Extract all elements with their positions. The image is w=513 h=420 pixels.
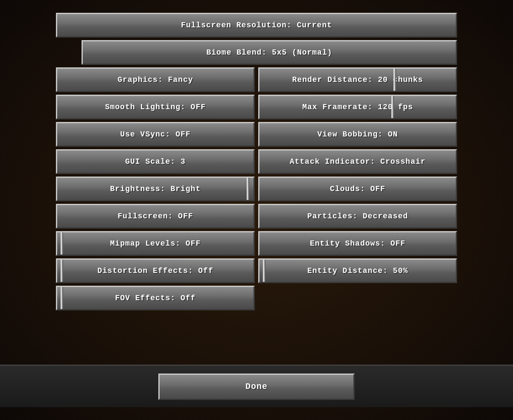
clouds-button[interactable]: Clouds: OFF — [258, 177, 457, 201]
particles-label: Particles: Decreased — [307, 212, 408, 220]
fov-handle[interactable] — [61, 287, 63, 309]
row-smooth-framerate: Smooth Lighting: OFF Max Framerate: 120 … — [56, 95, 457, 119]
distortion-effects-label: Distortion Effects: Off — [97, 266, 213, 275]
clouds-label: Clouds: OFF — [330, 185, 385, 193]
fullscreen-resolution-label: Fullscreen Resolution: Current — [181, 21, 332, 29]
biome-blend-label: Biome Blend: 5x5 (Normal) — [206, 48, 332, 57]
max-framerate-handle[interactable] — [391, 96, 394, 118]
render-distance-label: Render Distance: 20 chunks — [292, 75, 423, 84]
fov-effects-label: FOV Effects: Off — [115, 294, 196, 302]
row-mipmap-entity-shadows: Mipmap Levels: OFF Entity Shadows: OFF — [56, 231, 457, 256]
bottom-bar: Done — [0, 365, 513, 407]
view-bobbing-label: View Bobbing: ON — [318, 130, 398, 139]
row-fullscreen-particles: Fullscreen: OFF Particles: Decreased — [56, 204, 457, 229]
row-fov: FOV Effects: Off — [56, 286, 457, 310]
settings-container: Fullscreen Resolution: Current Biome Ble… — [56, 9, 457, 365]
mipmap-levels-label: Mipmap Levels: OFF — [110, 239, 201, 248]
attack-indicator-button[interactable]: Attack Indicator: Crosshair — [258, 149, 457, 174]
row-gui-attack: GUI Scale: 3 Attack Indicator: Crosshair — [56, 149, 457, 174]
fullscreen-resolution-button[interactable]: Fullscreen Resolution: Current — [56, 13, 457, 38]
done-button[interactable]: Done — [158, 374, 355, 400]
fullscreen-resolution-row: Fullscreen Resolution: Current — [56, 13, 457, 38]
fullscreen-button[interactable]: Fullscreen: OFF — [56, 204, 255, 229]
biome-blend-button[interactable]: Biome Blend: 5x5 (Normal) — [82, 40, 457, 65]
row-brightness-clouds: Brightness: Bright Clouds: OFF — [56, 177, 457, 201]
gui-scale-label: GUI Scale: 3 — [125, 157, 186, 166]
brightness-label: Brightness: Bright — [110, 185, 201, 193]
distortion-effects-button[interactable]: Distortion Effects: Off — [56, 258, 255, 283]
fov-effects-button[interactable]: FOV Effects: Off — [56, 286, 255, 310]
entity-shadows-button[interactable]: Entity Shadows: OFF — [258, 231, 457, 256]
brightness-button[interactable]: Brightness: Bright — [56, 177, 255, 201]
row-graphics-render: Graphics: Fancy Render Distance: 20 chun… — [56, 67, 457, 92]
render-distance-handle[interactable] — [393, 69, 396, 91]
max-framerate-button[interactable]: Max Framerate: 120 fps — [258, 95, 457, 119]
graphics-label: Graphics: Fancy — [117, 75, 193, 84]
attack-indicator-label: Attack Indicator: Crosshair — [290, 157, 426, 166]
distortion-handle[interactable] — [61, 260, 63, 282]
use-vsync-label: Use VSync: OFF — [120, 130, 190, 139]
use-vsync-button[interactable]: Use VSync: OFF — [56, 122, 255, 147]
entity-distance-button[interactable]: Entity Distance: 50% — [258, 258, 457, 283]
entity-distance-label: Entity Distance: 50% — [307, 266, 408, 275]
row-vsync-bobbing: Use VSync: OFF View Bobbing: ON — [56, 122, 457, 147]
entity-distance-handle[interactable] — [263, 260, 265, 282]
smooth-lighting-button[interactable]: Smooth Lighting: OFF — [56, 95, 255, 119]
mipmap-handle[interactable] — [61, 232, 63, 255]
mipmap-levels-button[interactable]: Mipmap Levels: OFF — [56, 231, 255, 256]
render-distance-button[interactable]: Render Distance: 20 chunks — [258, 67, 457, 92]
gui-scale-button[interactable]: GUI Scale: 3 — [56, 149, 255, 174]
fullscreen-label: Fullscreen: OFF — [117, 212, 193, 220]
row-distortion-entity-dist: Distortion Effects: Off Entity Distance:… — [56, 258, 457, 283]
graphics-button[interactable]: Graphics: Fancy — [56, 67, 255, 92]
done-label: Done — [245, 382, 268, 391]
view-bobbing-button[interactable]: View Bobbing: ON — [258, 122, 457, 147]
biome-blend-row: Biome Blend: 5x5 (Normal) — [56, 40, 457, 65]
brightness-handle[interactable] — [247, 178, 249, 200]
max-framerate-label: Max Framerate: 120 fps — [302, 103, 413, 111]
smooth-lighting-label: Smooth Lighting: OFF — [105, 103, 206, 111]
entity-shadows-label: Entity Shadows: OFF — [310, 239, 405, 248]
particles-button[interactable]: Particles: Decreased — [258, 204, 457, 229]
